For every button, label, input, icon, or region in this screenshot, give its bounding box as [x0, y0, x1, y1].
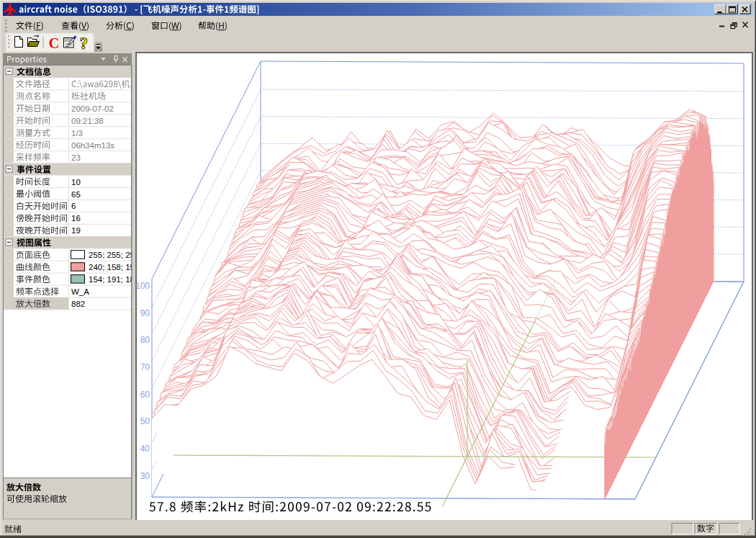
svg-text:10: 10: [71, 178, 81, 187]
svg-text:09:21:38: 09:21:38: [71, 117, 104, 125]
svg-text:70: 70: [140, 362, 150, 372]
svg-text:30: 30: [140, 471, 150, 481]
svg-text:1/3: 1/3: [71, 129, 83, 138]
svg-text:80: 80: [140, 335, 150, 345]
svg-text:19: 19: [71, 226, 81, 235]
svg-text:6: 6: [71, 202, 76, 210]
svg-text:100: 100: [135, 281, 150, 291]
svg-text:06h34m13s: 06h34m13s: [71, 141, 114, 150]
svg-text:16: 16: [71, 214, 81, 223]
svg-text:2009-07-02: 2009-07-02: [71, 104, 114, 113]
svg-text:60: 60: [140, 390, 150, 400]
svg-text:40: 40: [140, 444, 150, 454]
svg-text:65: 65: [71, 190, 81, 199]
svg-text:W_A: W_A: [71, 287, 89, 296]
svg-text:50: 50: [140, 416, 150, 426]
svg-text:882: 882: [71, 300, 85, 308]
svg-text:90: 90: [140, 308, 150, 318]
svg-text:23: 23: [71, 153, 81, 162]
